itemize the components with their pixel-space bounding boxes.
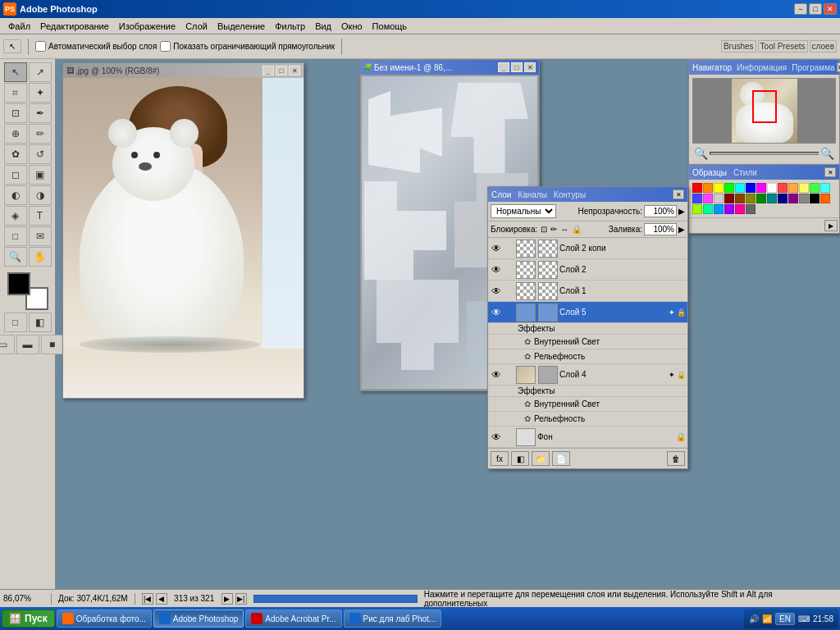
hand-tool[interactable]: ✋ bbox=[29, 247, 52, 267]
doc1-maximize[interactable]: □ bbox=[276, 66, 287, 75]
start-button[interactable]: 🪟 Пуск bbox=[2, 609, 55, 628]
shape-tool[interactable]: □ bbox=[4, 226, 27, 246]
tool-presets-label[interactable]: Tool Presets bbox=[758, 40, 808, 52]
menu-file[interactable]: Файл bbox=[3, 20, 35, 33]
menu-select[interactable]: Выделение bbox=[212, 20, 270, 33]
delete-layer-btn[interactable]: 🗑 bbox=[667, 451, 685, 466]
color-swatch[interactable] bbox=[735, 183, 745, 193]
nav-zoom-out[interactable]: 🔍 bbox=[694, 147, 708, 160]
color-swatch[interactable] bbox=[788, 194, 798, 203]
color-swatch[interactable] bbox=[746, 194, 756, 203]
lock-move-btn[interactable]: ↔ bbox=[560, 225, 568, 234]
notes-tool[interactable]: ✉ bbox=[29, 226, 52, 246]
screen-mode-btn2[interactable]: ▬ bbox=[16, 335, 39, 354]
taskbar-item-1[interactable]: Adobe Photoshop bbox=[153, 609, 244, 628]
create-group-btn[interactable]: 📁 bbox=[532, 451, 550, 466]
color-swatch[interactable] bbox=[778, 183, 788, 193]
layers-panel-close[interactable]: ✕ bbox=[673, 189, 684, 199]
opacity-arrow[interactable]: ▶ bbox=[678, 207, 685, 216]
color-swatch[interactable] bbox=[746, 183, 756, 193]
layer-row-slot2[interactable]: 👁 Слой 2 bbox=[488, 259, 687, 281]
dodge-tool[interactable]: ◐ bbox=[4, 185, 27, 205]
color-swatch[interactable] bbox=[767, 183, 777, 193]
doc1-minimize[interactable]: _ bbox=[262, 66, 274, 75]
zoom-tool[interactable]: 🔍 bbox=[4, 247, 27, 267]
last-frame-btn[interactable]: ▶| bbox=[235, 593, 247, 605]
text-tool[interactable]: T bbox=[29, 206, 52, 226]
color-swatch[interactable] bbox=[714, 183, 724, 193]
menu-edit[interactable]: Редактирование bbox=[35, 20, 114, 33]
taskbar-item-3[interactable]: Рис для лаб Phot... bbox=[344, 609, 442, 628]
color-swatch[interactable] bbox=[820, 194, 830, 203]
color-swatch[interactable] bbox=[735, 194, 745, 203]
brush-tool[interactable]: ✏ bbox=[29, 124, 52, 144]
layer-styles-btn[interactable]: fx bbox=[491, 451, 509, 466]
color-swatch[interactable] bbox=[778, 194, 788, 203]
quick-mask-btn[interactable]: ◧ bbox=[29, 313, 52, 332]
history-brush-tool[interactable]: ↺ bbox=[29, 144, 52, 164]
color-swatch[interactable] bbox=[724, 194, 734, 203]
menu-image[interactable]: Изображение bbox=[114, 20, 180, 33]
color-swatch[interactable] bbox=[724, 183, 734, 193]
color-swatch[interactable] bbox=[788, 183, 798, 193]
paths-tab[interactable]: Контуры bbox=[554, 190, 586, 199]
styles-tab-label[interactable]: Стили bbox=[733, 168, 757, 177]
show-bounds-checkbox[interactable] bbox=[160, 41, 171, 52]
screen-mode-btn1[interactable]: ▭ bbox=[0, 335, 15, 354]
doc2-title-bar[interactable]: 🧩 Без имени-1 @ 86,... _ □ ✕ bbox=[360, 60, 539, 75]
add-mask-btn[interactable]: ◧ bbox=[511, 451, 529, 466]
move-tool-btn[interactable]: ↖ bbox=[3, 39, 21, 53]
layer-eye-slot4[interactable]: 👁 bbox=[490, 368, 503, 381]
layer-row-slot1[interactable]: 👁 Слой 1 bbox=[488, 281, 687, 302]
menu-help[interactable]: Помощь bbox=[368, 20, 413, 33]
auto-select-layer[interactable]: Автоматический выбор слоя bbox=[35, 41, 157, 52]
color-swatch[interactable] bbox=[703, 204, 713, 214]
navigator-close[interactable]: ✕ bbox=[837, 62, 840, 72]
color-swatch[interactable] bbox=[692, 194, 702, 203]
brushes-label[interactable]: Brushes bbox=[721, 40, 756, 52]
foreground-color[interactable] bbox=[7, 272, 30, 295]
layer-eye-background[interactable]: 👁 bbox=[490, 431, 503, 444]
channels-tab[interactable]: Каналы bbox=[518, 190, 547, 199]
layer-label[interactable]: слоев bbox=[810, 40, 837, 52]
layer-row-slot5[interactable]: 👁 Слой 5 ✦ 🔒 bbox=[488, 302, 687, 323]
lock-transparent-btn[interactable]: ⊡ bbox=[541, 225, 547, 234]
layer-eye-slot1[interactable]: 👁 bbox=[490, 285, 503, 298]
select-tool[interactable]: ↗ bbox=[29, 62, 52, 82]
blend-mode-select[interactable]: Нормальный bbox=[491, 204, 556, 218]
swatches-close[interactable]: ✕ bbox=[824, 167, 836, 177]
color-swatch[interactable] bbox=[703, 183, 713, 193]
magic-wand-tool[interactable]: ✦ bbox=[29, 83, 52, 103]
crop-tool[interactable]: ⊡ bbox=[4, 103, 27, 123]
color-swatch[interactable] bbox=[735, 204, 745, 214]
color-swatch[interactable] bbox=[820, 183, 830, 193]
close-button[interactable]: ✕ bbox=[824, 3, 837, 15]
layer-eye-slot2[interactable]: 👁 bbox=[490, 263, 503, 276]
show-bounds[interactable]: Показать ограничивающий прямоугольник bbox=[160, 41, 335, 52]
minimize-button[interactable]: − bbox=[794, 3, 807, 15]
menu-filter[interactable]: Фильтр bbox=[270, 20, 310, 33]
doc1-close[interactable]: ✕ bbox=[289, 66, 300, 75]
swatches-menu-btn[interactable]: ▶ bbox=[824, 220, 838, 231]
menu-window[interactable]: Окно bbox=[336, 20, 368, 33]
color-swatch[interactable] bbox=[810, 194, 819, 203]
color-swatch[interactable] bbox=[799, 194, 809, 203]
nav-zoom-slider[interactable] bbox=[710, 152, 819, 155]
create-layer-btn[interactable]: 📄 bbox=[552, 451, 570, 466]
color-swatch[interactable] bbox=[810, 183, 819, 193]
opacity-input[interactable] bbox=[644, 205, 677, 217]
color-swatch[interactable] bbox=[767, 194, 777, 203]
prev-frame-btn[interactable]: ◀ bbox=[156, 593, 167, 605]
lock-paint-btn[interactable]: ✏ bbox=[550, 225, 557, 234]
path-tool[interactable]: ◈ bbox=[4, 206, 27, 226]
standard-mode-btn[interactable]: □ bbox=[4, 313, 27, 332]
healing-brush-tool[interactable]: ⊕ bbox=[4, 124, 27, 144]
doc2-close[interactable]: ✕ bbox=[524, 62, 536, 72]
color-swatch[interactable] bbox=[756, 194, 766, 203]
nav-zoom-in[interactable]: 🔍 bbox=[820, 147, 834, 160]
color-swatch[interactable] bbox=[799, 183, 809, 193]
maximize-button[interactable]: □ bbox=[809, 3, 822, 15]
layer-row-slot2copy[interactable]: 👁 Слой 2 копи bbox=[488, 238, 687, 259]
menu-layer[interactable]: Слой bbox=[180, 20, 212, 33]
eyedropper-tool[interactable]: ✒ bbox=[29, 103, 52, 123]
